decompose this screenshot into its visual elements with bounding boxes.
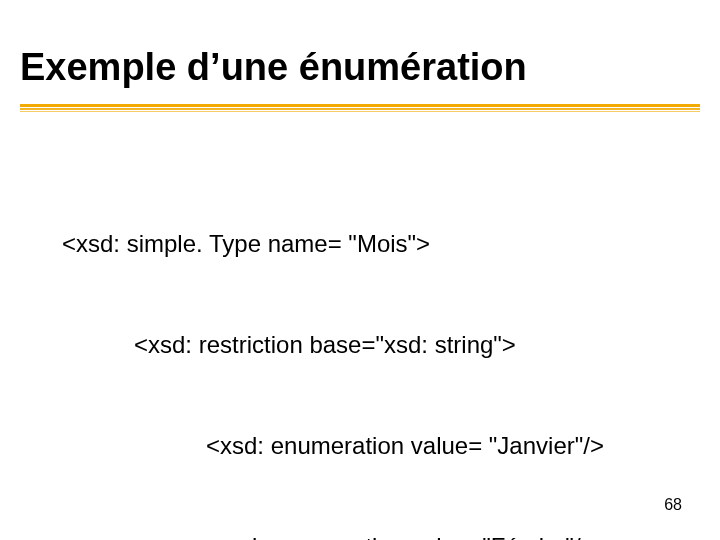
page-number: 68 (664, 496, 682, 514)
code-block: <xsd: simple. Type name= "Mois"> <xsd: r… (62, 160, 604, 540)
title-underline (20, 104, 700, 114)
code-line: <xsd: restriction base="xsd: string"> (62, 328, 604, 362)
code-line: <xsd: enumeration value= "Janvier"/> (62, 429, 604, 463)
code-line: <xsd: simple. Type name= "Mois"> (62, 227, 604, 261)
slide-title: Exemple d’une énumération (20, 46, 527, 89)
code-line: <xsd: enumeration value="Février"/> (62, 530, 604, 540)
